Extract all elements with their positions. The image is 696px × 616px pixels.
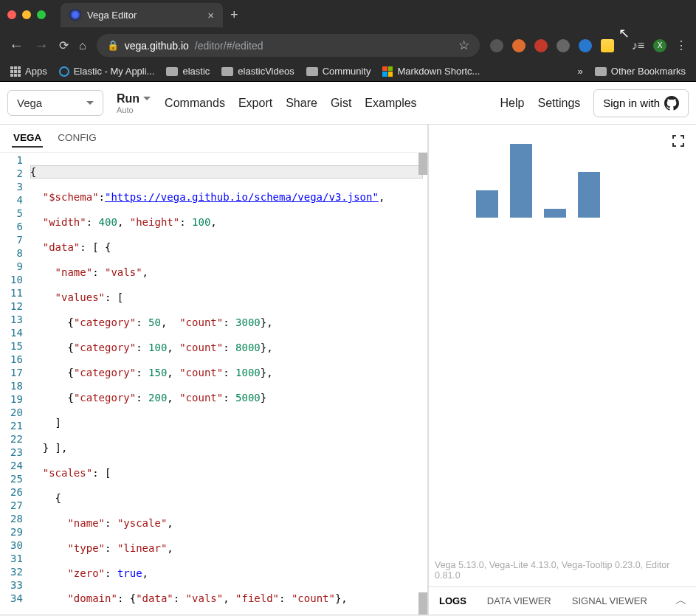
- settings-button[interactable]: Settings: [537, 97, 580, 110]
- export-button[interactable]: Export: [238, 97, 272, 110]
- tab-strip: Vega Editor × +: [0, 0, 696, 30]
- url-host: vega.github.io: [125, 40, 189, 52]
- menu-icon[interactable]: ⋮: [675, 38, 687, 52]
- bar-chart: [476, 136, 690, 218]
- extension-icon[interactable]: [534, 39, 548, 52]
- chart-panel: Vega 5.13.0, Vega-Lite 4.13.0, Vega-Tool…: [429, 125, 696, 586]
- gist-button[interactable]: Gist: [331, 97, 351, 110]
- bar: [510, 144, 532, 218]
- bottom-tabs: LOGS DATA VIEWER SIGNAL VIEWER ︿: [429, 586, 696, 615]
- apps-bookmark[interactable]: Apps: [10, 66, 47, 77]
- browser-chrome: Vega Editor × + ← → ⟳ ⌂ 🔒 vega.github.io…: [0, 0, 696, 82]
- code-editor[interactable]: 1234567891011121314151617181920212223242…: [0, 153, 427, 615]
- extension-icon[interactable]: [512, 39, 526, 52]
- editor-pane: VEGA CONFIG 1234567891011121314151617181…: [0, 125, 429, 615]
- bookmark-item[interactable]: Markdown Shortc...: [382, 66, 480, 77]
- signin-button[interactable]: Sign in with: [593, 89, 689, 117]
- new-tab-button[interactable]: +: [223, 7, 246, 23]
- overflow-icon[interactable]: »: [578, 66, 583, 77]
- tab-config[interactable]: CONFIG: [56, 129, 98, 148]
- browser-tab[interactable]: Vega Editor ×: [61, 3, 223, 27]
- folder-icon: [306, 67, 318, 76]
- url-bar[interactable]: 🔒 vega.github.io/editor/#/edited ☆: [97, 34, 480, 57]
- elastic-icon: [59, 66, 69, 77]
- close-window-icon[interactable]: [7, 10, 16, 19]
- tab-data-viewer[interactable]: DATA VIEWER: [477, 589, 562, 612]
- line-gutter: 1234567891011121314151617181920212223242…: [0, 153, 30, 615]
- lock-icon: 🔒: [107, 40, 119, 51]
- editor-tabs: VEGA CONFIG: [0, 125, 427, 153]
- bar: [544, 209, 566, 218]
- bookmark-folder[interactable]: elastic: [166, 66, 210, 77]
- info-icon[interactable]: [557, 39, 570, 52]
- bookmarks-bar: Apps Elastic - My Appli... elastic elast…: [0, 61, 696, 82]
- other-bookmarks[interactable]: Other Bookmarks: [595, 66, 686, 77]
- app-toolbar: Vega Run Auto Commands Export Share Gist…: [0, 82, 696, 125]
- github-icon: [664, 96, 679, 111]
- fullscreen-button[interactable]: [669, 132, 687, 150]
- tab-title: Vega Editor: [87, 10, 137, 21]
- bookmark-star-icon[interactable]: ☆: [458, 38, 469, 53]
- share-button[interactable]: Share: [286, 97, 317, 110]
- reload-button[interactable]: ⟳: [59, 38, 69, 52]
- split-pane: VEGA CONFIG 1234567891011121314151617181…: [0, 125, 696, 615]
- bookmark-folder[interactable]: Community: [306, 66, 371, 77]
- bookmark-item[interactable]: Elastic - My Appli...: [59, 66, 155, 77]
- run-button[interactable]: Run Auto: [117, 92, 151, 114]
- url-path: /editor/#/edited: [195, 40, 263, 52]
- microsoft-icon: [382, 66, 393, 77]
- apps-icon: [10, 66, 21, 77]
- minimize-window-icon[interactable]: [22, 10, 31, 19]
- tab-signal-viewer[interactable]: SIGNAL VIEWER: [562, 589, 658, 612]
- examples-button[interactable]: Examples: [365, 97, 416, 110]
- tab-vega[interactable]: VEGA: [12, 129, 43, 148]
- folder-icon: [166, 67, 178, 76]
- forward-button: →: [34, 37, 49, 54]
- maximize-window-icon[interactable]: [37, 10, 46, 19]
- language-select[interactable]: Vega: [7, 90, 103, 116]
- chevron-down-icon: [142, 96, 151, 102]
- folder-icon: [221, 67, 233, 76]
- help-button[interactable]: Help: [500, 97, 525, 110]
- extension-icons: ↖ ♪≡ X ⋮: [490, 38, 687, 52]
- code-content[interactable]: { "$schema":"https://vega.github.io/sche…: [30, 153, 427, 615]
- window-controls: [7, 10, 46, 19]
- media-icon[interactable]: ♪≡: [632, 39, 644, 52]
- folder-icon: [595, 67, 607, 76]
- extension-icon[interactable]: [579, 39, 592, 52]
- minimap-scrollbar[interactable]: [418, 592, 427, 615]
- preview-pane: Vega 5.13.0, Vega-Lite 4.13.0, Vega-Tool…: [429, 125, 696, 615]
- fullscreen-icon: [671, 134, 686, 148]
- profile-avatar[interactable]: X: [653, 39, 666, 52]
- nav-bar: ← → ⟳ ⌂ 🔒 vega.github.io/editor/#/edited…: [0, 30, 696, 61]
- bookmark-folder[interactable]: elasticVideos: [221, 66, 294, 77]
- bar: [476, 190, 498, 218]
- close-tab-icon[interactable]: ×: [207, 9, 214, 21]
- run-mode-label: Auto: [117, 105, 134, 114]
- back-button[interactable]: ←: [9, 37, 24, 54]
- tab-logs[interactable]: LOGS: [429, 589, 477, 612]
- bar: [578, 172, 600, 218]
- extension-icon[interactable]: [490, 39, 503, 52]
- commands-button[interactable]: Commands: [165, 97, 225, 110]
- chevron-up-icon[interactable]: ︿: [666, 587, 696, 615]
- minimap-scrollbar[interactable]: [418, 153, 427, 175]
- home-button[interactable]: ⌂: [79, 39, 86, 52]
- extension-icon[interactable]: [601, 39, 614, 52]
- favicon-icon: [69, 9, 81, 21]
- version-label: Vega 5.13.0, Vega-Lite 4.13.0, Vega-Tool…: [435, 560, 690, 581]
